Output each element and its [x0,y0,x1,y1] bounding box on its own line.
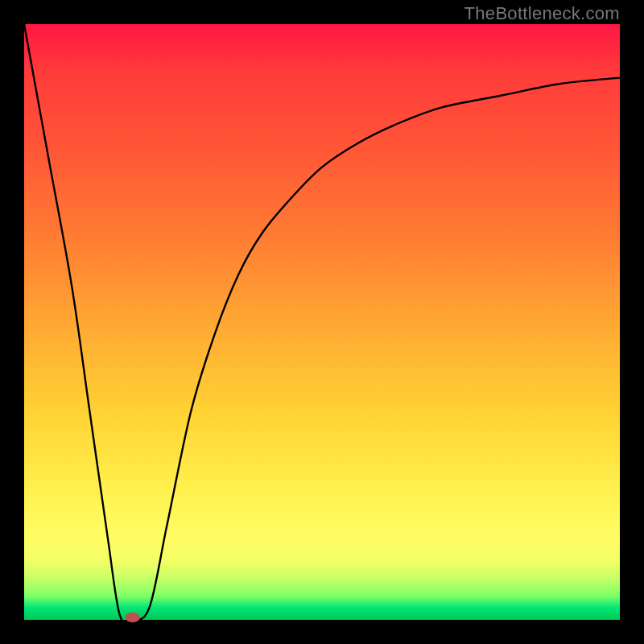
curve-marker [126,613,140,622]
chart-frame: TheBottleneck.com [0,0,644,644]
curve-line [24,24,620,622]
plot-area [24,24,620,620]
watermark-text: TheBottleneck.com [464,3,620,24]
chart-svg [24,24,620,620]
